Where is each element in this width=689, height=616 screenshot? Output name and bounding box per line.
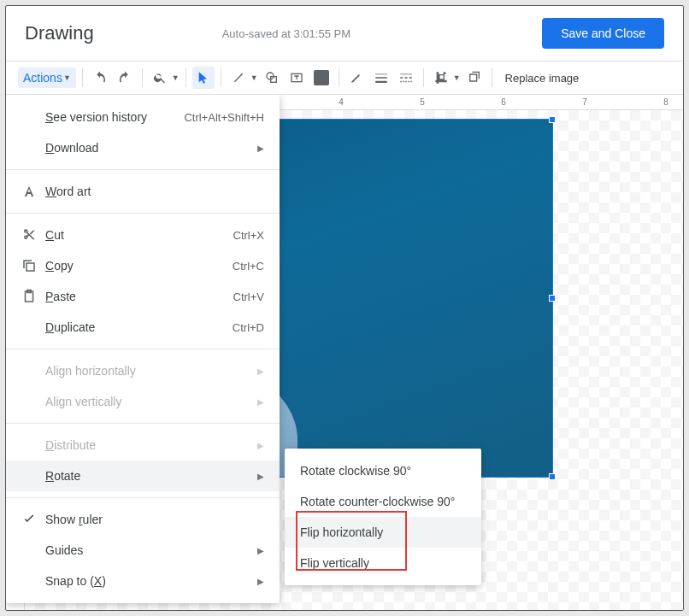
toolbar: Actions ▼ ▼ ▼ ▼ Replace image bbox=[6, 61, 683, 95]
toolbar-separator bbox=[221, 68, 221, 87]
submenu-arrow-icon: ▶ bbox=[257, 546, 264, 555]
title-bar: Drawing Auto-saved at 3:01:55 PM Save an… bbox=[6, 6, 683, 61]
submenu-rotate-ccw[interactable]: Rotate counter-clockwise 90° bbox=[285, 486, 481, 517]
actions-label: Actions bbox=[23, 71, 62, 85]
line-tool-button[interactable] bbox=[227, 67, 250, 89]
ruler-tick: 5 bbox=[420, 97, 425, 107]
toolbar-separator bbox=[186, 68, 186, 87]
dropdown-icon: ▼ bbox=[250, 73, 258, 82]
menu-align-vertically: Align vertically ▶ bbox=[6, 386, 280, 417]
textbox-tool-button[interactable] bbox=[286, 67, 308, 89]
menu-download[interactable]: Download ▶ bbox=[6, 132, 280, 163]
ruler-tick: 8 bbox=[663, 97, 668, 107]
resize-handle[interactable] bbox=[549, 116, 556, 123]
shape-tool-button[interactable] bbox=[261, 67, 283, 89]
submenu-flip-horizontal[interactable]: Flip horizontally bbox=[285, 517, 481, 548]
border-dash-button[interactable] bbox=[395, 67, 417, 89]
scissors-icon bbox=[21, 227, 45, 243]
resize-handle[interactable] bbox=[549, 473, 556, 480]
submenu-arrow-icon: ▶ bbox=[257, 472, 264, 481]
menu-duplicate[interactable]: Duplicate Ctrl+D bbox=[6, 312, 280, 343]
menu-version-history[interactable]: See version history Ctrl+Alt+Shift+H bbox=[6, 102, 280, 132]
menu-copy[interactable]: Copy Ctrl+C bbox=[6, 250, 280, 281]
submenu-flip-vertical[interactable]: Flip vertically bbox=[285, 548, 481, 578]
shortcut: Ctrl+X bbox=[208, 229, 264, 242]
copy-icon bbox=[21, 258, 45, 273]
submenu-arrow-icon: ▶ bbox=[257, 367, 264, 376]
shortcut: Ctrl+Alt+Shift+H bbox=[158, 111, 264, 124]
submenu-arrow-icon: ▶ bbox=[257, 577, 264, 586]
menu-distribute: Distribute ▶ bbox=[6, 430, 280, 461]
reset-image-button[interactable] bbox=[463, 67, 486, 89]
actions-dropdown-menu: See version history Ctrl+Alt+Shift+H Dow… bbox=[6, 95, 280, 603]
toolbar-separator bbox=[82, 68, 83, 87]
toolbar-separator bbox=[339, 68, 339, 87]
replace-image-button[interactable]: Replace image bbox=[498, 68, 586, 88]
drawing-dialog: Drawing Auto-saved at 3:01:55 PM Save an… bbox=[5, 5, 684, 611]
menu-guides[interactable]: Guides ▶ bbox=[6, 535, 280, 566]
clipboard-icon bbox=[21, 289, 45, 304]
submenu-arrow-icon: ▶ bbox=[257, 441, 264, 450]
toolbar-separator bbox=[423, 68, 424, 87]
ruler-tick: 4 bbox=[339, 97, 344, 107]
undo-button[interactable] bbox=[89, 67, 111, 89]
redo-button[interactable] bbox=[114, 67, 136, 89]
dropdown-icon: ▼ bbox=[172, 73, 180, 82]
select-tool-button[interactable] bbox=[192, 67, 215, 89]
save-and-close-button[interactable]: Save and Close bbox=[542, 18, 664, 49]
shortcut: Ctrl+V bbox=[208, 290, 264, 303]
border-color-button[interactable] bbox=[345, 67, 368, 89]
submenu-arrow-icon: ▶ bbox=[257, 144, 264, 153]
image-icon bbox=[314, 70, 329, 85]
toolbar-separator bbox=[492, 68, 492, 87]
autosave-status: Auto-saved at 3:01:55 PM bbox=[222, 27, 350, 40]
image-tool-button[interactable] bbox=[310, 67, 333, 89]
ruler-tick: 6 bbox=[501, 97, 506, 107]
resize-handle[interactable] bbox=[549, 295, 556, 302]
menu-paste[interactable]: Paste Ctrl+V bbox=[6, 281, 280, 312]
menu-snap-to[interactable]: Snap to (X) ▶ bbox=[6, 566, 280, 596]
zoom-button[interactable] bbox=[149, 67, 171, 89]
word-art-icon bbox=[21, 184, 45, 199]
border-weight-button[interactable] bbox=[370, 67, 392, 89]
menu-rotate[interactable]: Rotate ▶ bbox=[6, 461, 280, 491]
ruler-tick: 7 bbox=[582, 97, 587, 107]
shortcut: Ctrl+D bbox=[207, 321, 264, 334]
check-icon bbox=[21, 512, 45, 527]
submenu-rotate-cw[interactable]: Rotate clockwise 90° bbox=[285, 455, 481, 486]
submenu-arrow-icon: ▶ bbox=[257, 397, 264, 407]
dropdown-icon: ▼ bbox=[63, 73, 71, 82]
menu-cut[interactable]: Cut Ctrl+X bbox=[6, 220, 280, 250]
menu-show-ruler[interactable]: Show ruler bbox=[6, 504, 280, 535]
menu-word-art[interactable]: Word art bbox=[6, 176, 280, 207]
toolbar-separator bbox=[142, 68, 143, 87]
svg-rect-3 bbox=[26, 263, 34, 271]
rotate-submenu: Rotate clockwise 90° Rotate counter-cloc… bbox=[285, 449, 481, 585]
actions-menu-button[interactable]: Actions ▼ bbox=[18, 67, 76, 88]
dialog-title: Drawing bbox=[25, 22, 94, 44]
menu-align-horizontally: Align horizontally ▶ bbox=[6, 355, 280, 386]
crop-button[interactable] bbox=[430, 67, 452, 89]
canvas-area: 4 5 6 7 8 1 2 3 4 5 6 bbox=[6, 95, 683, 610]
shortcut: Ctrl+C bbox=[207, 260, 264, 273]
dropdown-icon: ▼ bbox=[453, 73, 461, 82]
